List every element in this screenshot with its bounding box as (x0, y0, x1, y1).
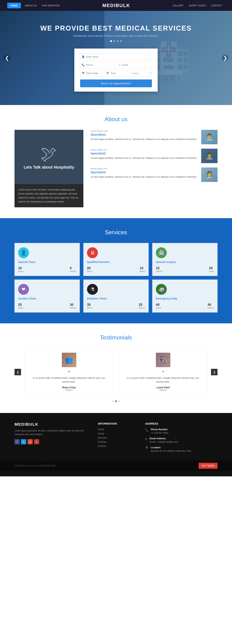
about-image-box: 🕊 Lets Talk about Hospitality (15, 130, 83, 184)
footer-link-home[interactable]: Home (98, 428, 134, 431)
appointment-form: 👤 📞 ✉ 📅 ⏰ People 1234 (74, 48, 158, 92)
service-stat-left-2: 15 mpsum (156, 266, 162, 272)
spec-2-desc: Ut sed augue porttitor, vehicula eros in… (91, 156, 198, 160)
about-grid: 🕊 Lets Talk about Hospitality Lorem ipsu… (15, 130, 217, 207)
nav-about[interactable]: ABOUT US (22, 3, 39, 8)
clock-icon: ⏰ (106, 72, 109, 74)
spec-1-name[interactable]: Specialist1 (91, 133, 198, 136)
service-icon-1: 🖥 (87, 247, 98, 258)
hero-dot-4[interactable] (120, 40, 122, 42)
footer-brand: MEDIBULK (15, 422, 87, 427)
spec-3-meta: Monet Ibram 143 (91, 168, 198, 170)
testi-dot-3[interactable] (118, 400, 120, 402)
hero-dot-1[interactable] (110, 40, 112, 42)
nav-contact[interactable]: CONTACT (208, 3, 225, 8)
testi-text-1: In eu auctor felis, id eleifend dolor. I… (123, 376, 203, 384)
service-stat-left-1: 20 basus (87, 266, 92, 272)
phone-input[interactable] (85, 62, 113, 68)
name-input[interactable] (85, 54, 150, 60)
specialist-2: Dunke alpha 212 Specialist2 Ut sed augue… (91, 149, 217, 163)
spec-3-name[interactable]: Specialist3 (91, 171, 198, 174)
location-value: Broome St, NY 10002, California, USA. (151, 450, 192, 452)
spec-1-desc: Ut sed augue porttitor, vehicula eros in… (91, 138, 198, 141)
footer-location-info: Location Broome St, NY 10002, California… (151, 446, 192, 452)
twitter-icon[interactable]: t (21, 439, 26, 444)
date-field-wrapper: 📅 (80, 70, 103, 76)
footer-info-title: INFORMATION (98, 422, 134, 425)
date-input[interactable] (85, 70, 101, 76)
email-input[interactable] (121, 62, 150, 68)
services-section: Services 👤 Special Team 10 ipsum 5 basus… (0, 218, 232, 323)
footer-phone-info: Phone Number +1 234 567 8901 (151, 428, 169, 434)
service-stat-left-3: 25 ipsum (18, 303, 23, 309)
nav-shortcodes[interactable]: SHORT CODES (186, 3, 208, 8)
testi-quote-icon-1: ❝ (162, 370, 164, 375)
phone-email-row: 📞 ✉ (80, 62, 152, 68)
date-time-row: 📅 ⏰ People 1234 (80, 70, 152, 76)
spec-2-name[interactable]: Specialist2 (91, 152, 198, 155)
service-name-3: Cardiac Clinic (18, 297, 76, 300)
time-field-wrapper: ⏰ (105, 70, 127, 76)
footer-link-services[interactable]: Services (98, 436, 134, 439)
footer-email-item: ✉ Email Address Email : mail@example.com (145, 437, 217, 443)
arrow-left[interactable]: ❮ (4, 55, 10, 61)
stat-label-5a: ipsum (156, 307, 161, 309)
service-stat-right-4: 25 basusx (139, 303, 145, 309)
stat-num-2a: 15 (156, 266, 162, 270)
specialist-1: Lorem Ipsum 109 Specialist1 Ut sed augue… (91, 130, 217, 144)
email-label: Email Address (149, 437, 178, 440)
stat-label-3a: ipsum (18, 307, 23, 309)
footer-info-col: INFORMATION Home About Services Portfoli… (98, 422, 134, 455)
service-name-2: Special sergery (156, 260, 214, 264)
hero-dot-2[interactable] (113, 40, 115, 42)
hero-title: WE PROVIDE BEST MEDICAL SERVICES (40, 24, 192, 32)
service-stat-right-5: 45 basusx (207, 303, 214, 309)
arrow-right[interactable]: ❯ (222, 55, 228, 61)
services-grid: 👤 Special Team 10 ipsum 5 basusx 🖥 Quali… (15, 243, 217, 312)
hero-dot-3[interactable] (117, 40, 119, 42)
service-icon-2: 🏥 (156, 247, 167, 258)
book-appointment-button[interactable]: Book An Appointment (80, 80, 152, 87)
googleplus-icon[interactable]: g (28, 439, 33, 444)
download-button[interactable]: 前往下载模板 (199, 463, 217, 469)
service-name-5: Emergency Help (156, 297, 214, 300)
footer-email-info: Email Address Email : mail@example.com (149, 437, 178, 443)
stat-num-4a: 35 (87, 303, 92, 307)
linkedin-icon[interactable]: in (34, 439, 39, 444)
spec-1-image: 👨‍⚕️ (201, 130, 217, 144)
footer-link-about[interactable]: About (98, 432, 134, 435)
nav-gallery[interactable]: GALLERY (170, 3, 186, 8)
testi-quote-icon-0: ❝ (68, 370, 70, 375)
footer-brand-col: MEDIBULK Lorem ipsum quia dolor sit amet… (15, 422, 87, 455)
phone-icon: 📞 (82, 64, 85, 66)
hero-content: WE PROVIDE BEST MEDICAL SERVICES Vestibu… (40, 24, 192, 45)
about-section: About us 🕊 Lets Talk about Hospitality L… (0, 105, 232, 218)
stat-label-0b: basusx (70, 270, 76, 272)
spec-2-row: Dunke alpha 212 Specialist2 Ut sed augue… (91, 149, 217, 163)
people-select[interactable]: People 1234 (129, 70, 152, 76)
time-input[interactable] (110, 70, 126, 76)
testi-dot-1[interactable] (112, 400, 114, 402)
footer-address-title: ADDRESS (145, 422, 217, 425)
testi-next-arrow[interactable]: ❯ (211, 369, 217, 375)
stat-num-5b: 45 (207, 303, 214, 307)
testimonials-cards: 👥 ❝ In eu auctor felis, id eleifend dolo… (25, 348, 207, 396)
spec-3-desc: Ut sed augue porttitor, vehicula eros in… (91, 175, 198, 179)
hero-subtitle: Vestibulum Ante Ipsum Primis In Faucibus… (40, 34, 192, 37)
facebook-icon[interactable]: f (15, 439, 20, 444)
service-stat-left-4: 35 ipsum (87, 303, 92, 309)
phone-contact-icon: 📞 (145, 428, 149, 432)
footer-link-contact[interactable]: Contact (98, 445, 134, 448)
stat-num-3b: 30 (70, 303, 76, 307)
nav-home[interactable]: HOME (7, 3, 21, 8)
testimonials-title: Testimonials (15, 334, 217, 341)
service-stat-right-2: 20 rasus (209, 266, 214, 272)
footer-location-item: 📍 Location Broome St, NY 10002, Californ… (145, 446, 217, 452)
footer-link-portfolio[interactable]: Portfolio (98, 440, 134, 443)
footer-social-icons: f t g in (15, 439, 87, 444)
nav-services[interactable]: OUR SERVICES (39, 3, 62, 8)
testi-name-0: Rosy Crisp (62, 386, 76, 389)
footer-phone-item: 📞 Phone Number +1 234 567 8901 (145, 428, 217, 434)
testi-prev-arrow[interactable]: ❮ (15, 369, 21, 375)
testi-dot-2[interactable] (115, 400, 117, 402)
